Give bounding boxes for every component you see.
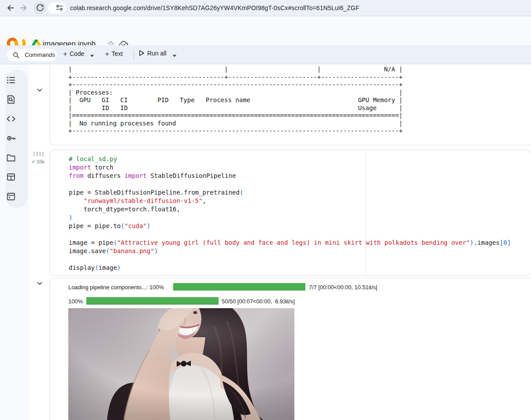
- gpu-output-line: | ID ID Usage |: [50, 104, 531, 112]
- collapse-output-chevron-icon[interactable]: [35, 280, 44, 288]
- code-snippets-icon[interactable]: [6, 114, 16, 124]
- gpu-output-line: | GPU GI CI PID Type Process name GPU Me…: [50, 96, 531, 104]
- run-all-caret[interactable]: [172, 52, 177, 59]
- gpu-output-line: | No running processes found |: [50, 120, 531, 128]
- collapse-cell-chevron-icon[interactable]: [35, 86, 44, 95]
- gpu-output-line: +---------------------------------------…: [50, 81, 531, 89]
- gpu-output-line: +---------------------------------------…: [50, 74, 531, 81]
- plus-icon: +: [105, 50, 109, 58]
- progress-stats: 50/50 [00:07<00:00, 6.93it/s]: [222, 298, 295, 305]
- plus-icon: +: [63, 50, 67, 58]
- gpu-output-line: | Processes: |: [50, 89, 531, 97]
- caret-down-icon: [172, 55, 177, 57]
- commands-label: Commands: [25, 52, 55, 58]
- code-editor[interactable]: # local_sd.pyimport torchfrom diffusers …: [69, 155, 511, 272]
- caret-down-icon: [90, 55, 94, 57]
- add-code-caret[interactable]: [90, 52, 94, 59]
- gpu-output-line: +---------------------------------------…: [50, 127, 531, 135]
- back-icon[interactable]: [5, 3, 15, 14]
- play-icon: [139, 50, 145, 56]
- gpu-output-line: | | | N/A |: [50, 66, 531, 74]
- add-code-button[interactable]: +Code: [63, 50, 84, 59]
- progress-label: Loading pipeline components...: 100%: [68, 284, 164, 291]
- left-sidebar: [0, 64, 29, 420]
- progress-bar: [173, 283, 305, 291]
- table-of-contents-icon[interactable]: [6, 75, 16, 85]
- progress-stats: 7/7 [00:00<00:00, 10.51it/s]: [309, 284, 377, 291]
- execution-status: ✓10s: [31, 158, 45, 165]
- site-info-icon[interactable]: [48, 3, 67, 14]
- secrets-icon[interactable]: [6, 133, 16, 144]
- generated-image: [68, 308, 294, 420]
- add-text-button[interactable]: +Text: [105, 50, 123, 59]
- colab-header: PRO+ imagegen.ipynb ☆ File Edit View Ins…: [0, 17, 531, 45]
- scheduled-notebooks-icon[interactable]: [6, 191, 16, 202]
- execution-count-badge[interactable]: [11]: [33, 151, 45, 157]
- gpu-cell-output: | | | N/A | +---------------------------…: [49, 65, 531, 145]
- forward-icon[interactable]: [19, 3, 29, 14]
- gpu-output-line: |=======================================…: [50, 112, 531, 120]
- code-cell[interactable]: # local_sd.pyimport torchfrom diffusers …: [49, 150, 531, 276]
- run-all-button[interactable]: Run all: [139, 50, 167, 57]
- check-icon: ✓: [31, 158, 36, 165]
- reload-icon[interactable]: [33, 2, 46, 15]
- variables-icon[interactable]: [6, 172, 16, 182]
- notebook-toolbar: Commands +Code +Text Run all: [0, 45, 531, 64]
- progress-label: 100%: [68, 298, 83, 305]
- find-and-replace-icon[interactable]: [6, 94, 16, 105]
- search-icon: [13, 52, 19, 59]
- progress-bar: [86, 297, 219, 305]
- files-icon[interactable]: [6, 152, 16, 163]
- url-field[interactable]: colab.research.google.com/drive/1SY8KehS…: [70, 4, 360, 11]
- toolbar-divider: [134, 50, 134, 60]
- browser-toolbar: colab.research.google.com/drive/1SY8KehS…: [0, 0, 531, 16]
- commands-button[interactable]: Commands: [7, 49, 57, 61]
